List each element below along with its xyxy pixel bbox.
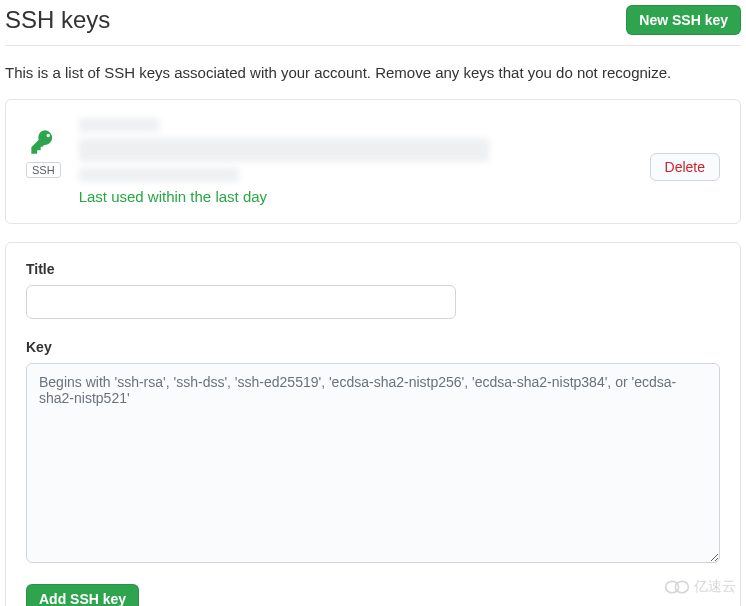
key-label: Key [26,339,720,355]
watermark-text: 亿速云 [694,578,736,596]
title-input[interactable] [26,285,456,319]
page-header: SSH keys New SSH key [5,5,741,46]
page-title: SSH keys [5,6,110,34]
svg-point-1 [675,581,688,592]
ssh-key-item: SSH Last used within the last day Delete [5,99,741,224]
redacted-text [79,138,489,162]
delete-key-button[interactable]: Delete [650,153,720,181]
key-details: Last used within the last day [79,118,632,205]
new-ssh-key-button[interactable]: New SSH key [626,5,741,35]
redacted-text [79,118,159,132]
title-label: Title [26,261,720,277]
last-used-text: Last used within the last day [79,188,632,205]
key-icon [29,128,57,156]
page-description: This is a list of SSH keys associated wi… [5,64,741,81]
key-meta: SSH [26,118,61,178]
key-textarea[interactable] [26,363,720,563]
add-ssh-key-button[interactable]: Add SSH key [26,584,139,606]
watermark: 亿速云 [664,578,736,596]
key-type-badge: SSH [26,162,61,178]
redacted-text [79,168,239,182]
add-key-form: Title Key Add SSH key [5,242,741,606]
